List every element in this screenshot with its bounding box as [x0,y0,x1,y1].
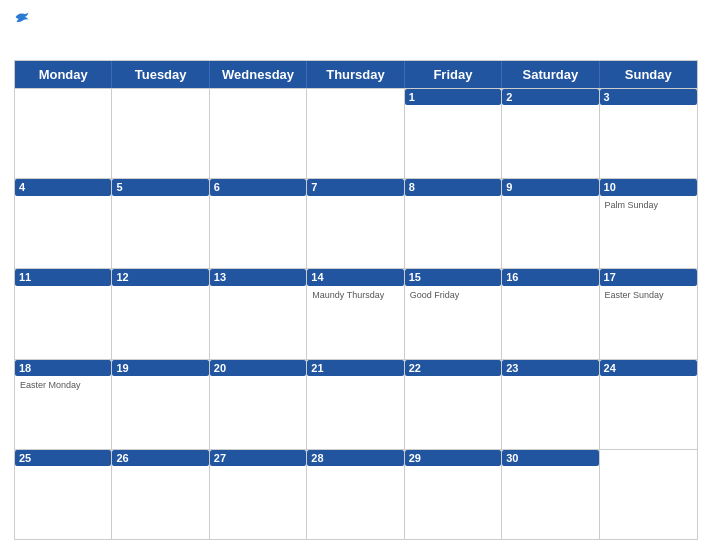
cal-week-1: 123 [15,88,697,178]
calendar-header-row: MondayTuesdayWednesdayThursdayFridaySatu… [15,61,697,88]
day-number: 11 [15,269,111,285]
cal-cell: 7 [307,179,404,268]
day-number: 10 [600,179,697,195]
day-number: 2 [502,89,598,105]
cal-cell [307,89,404,178]
cal-cell: 27 [210,450,307,539]
calendar-page: MondayTuesdayWednesdayThursdayFridaySatu… [0,0,712,550]
holiday-label: Easter Sunday [605,290,692,301]
day-number: 7 [307,179,403,195]
logo-blue [14,10,32,24]
day-number: 12 [112,269,208,285]
cal-cell: 15Good Friday [405,269,502,358]
holiday-label: Good Friday [410,290,496,301]
cal-cell: 23 [502,360,599,449]
cal-cell: 4 [15,179,112,268]
day-number: 13 [210,269,306,285]
cal-header-tuesday: Tuesday [112,61,209,88]
cal-header-friday: Friday [405,61,502,88]
cal-cell: 5 [112,179,209,268]
cal-cell: 10Palm Sunday [600,179,697,268]
day-number: 30 [502,450,598,466]
day-number: 19 [112,360,208,376]
cal-cell: 21 [307,360,404,449]
cal-header-thursday: Thursday [307,61,404,88]
day-number: 25 [15,450,111,466]
cal-cell: 24 [600,360,697,449]
cal-cell: 1 [405,89,502,178]
day-number: 15 [405,269,501,285]
day-number: 28 [307,450,403,466]
day-number: 9 [502,179,598,195]
day-number: 5 [112,179,208,195]
cal-cell: 8 [405,179,502,268]
day-number: 27 [210,450,306,466]
cal-cell: 16 [502,269,599,358]
calendar: MondayTuesdayWednesdayThursdayFridaySatu… [14,60,698,540]
cal-header-saturday: Saturday [502,61,599,88]
cal-cell: 6 [210,179,307,268]
cal-cell [210,89,307,178]
day-number: 3 [600,89,697,105]
cal-cell: 9 [502,179,599,268]
cal-cell: 30 [502,450,599,539]
cal-header-sunday: Sunday [600,61,697,88]
day-number: 22 [405,360,501,376]
cal-week-4: 18Easter Monday192021222324 [15,359,697,449]
cal-cell: 13 [210,269,307,358]
cal-cell: 18Easter Monday [15,360,112,449]
cal-header-wednesday: Wednesday [210,61,307,88]
day-number: 18 [15,360,111,376]
holiday-label: Easter Monday [20,380,106,391]
day-number: 17 [600,269,697,285]
cal-cell: 3 [600,89,697,178]
day-number: 23 [502,360,598,376]
cal-week-3: 11121314Maundy Thursday15Good Friday1617… [15,268,697,358]
cal-cell: 29 [405,450,502,539]
cal-cell [600,450,697,539]
cal-week-5: 252627282930 [15,449,697,539]
holiday-label: Maundy Thursday [312,290,398,301]
holiday-label: Palm Sunday [605,200,692,211]
cal-week-2: 45678910Palm Sunday [15,178,697,268]
cal-cell: 14Maundy Thursday [307,269,404,358]
cal-cell: 12 [112,269,209,358]
day-number: 26 [112,450,208,466]
day-number: 20 [210,360,306,376]
cal-cell: 25 [15,450,112,539]
logo [14,10,32,24]
day-number: 29 [405,450,501,466]
day-number: 14 [307,269,403,285]
cal-cell: 17Easter Sunday [600,269,697,358]
header [14,10,698,54]
cal-cell: 11 [15,269,112,358]
cal-cell: 2 [502,89,599,178]
day-number: 1 [405,89,501,105]
cal-cell: 20 [210,360,307,449]
cal-cell: 19 [112,360,209,449]
day-number: 8 [405,179,501,195]
cal-cell: 26 [112,450,209,539]
cal-cell [15,89,112,178]
day-number: 6 [210,179,306,195]
day-number: 4 [15,179,111,195]
cal-header-monday: Monday [15,61,112,88]
logo-bird-icon [14,10,30,24]
cal-cell: 22 [405,360,502,449]
day-number: 21 [307,360,403,376]
calendar-body: 12345678910Palm Sunday11121314Maundy Thu… [15,88,697,539]
cal-cell [112,89,209,178]
cal-cell: 28 [307,450,404,539]
day-number: 24 [600,360,697,376]
day-number: 16 [502,269,598,285]
